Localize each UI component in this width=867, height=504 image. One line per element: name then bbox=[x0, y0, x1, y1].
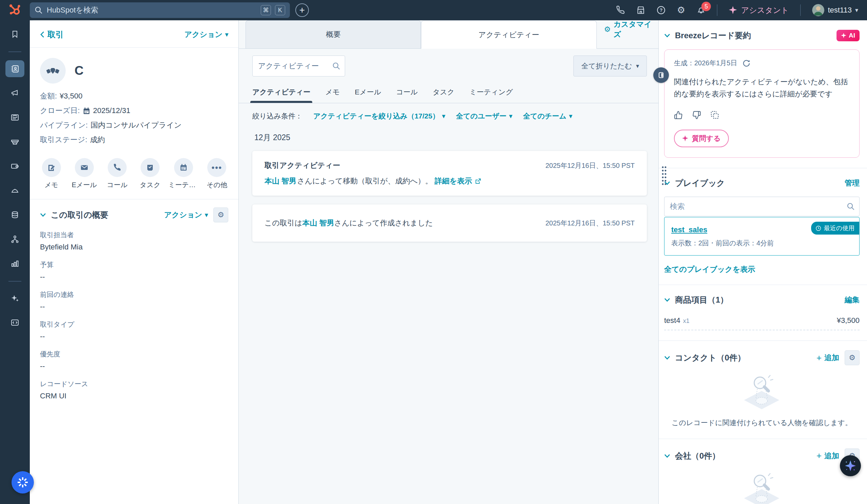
sidebar-item-commerce[interactable] bbox=[6, 158, 24, 175]
amount-label: 金額: bbox=[40, 91, 57, 101]
close-date-value[interactable]: 2025/12/31 bbox=[93, 106, 130, 115]
search-icon bbox=[332, 62, 340, 70]
chevron-down-icon[interactable] bbox=[664, 33, 670, 37]
chevron-left-icon bbox=[40, 31, 45, 38]
collapse-all-button[interactable]: 全て折りたたむ ▾ bbox=[574, 55, 647, 77]
record-actions-dropdown[interactable]: アクション ▾ bbox=[184, 30, 228, 40]
bar-chart-icon bbox=[11, 259, 19, 268]
companies-section: 会社（0件） + 追加 ⚙ このレコードに関連付けられている企業または組織を確認… bbox=[659, 439, 867, 504]
activity-search-input[interactable] bbox=[252, 55, 345, 77]
add-contact-button[interactable]: + 追加 bbox=[816, 353, 839, 363]
task-button[interactable]: タスク bbox=[136, 158, 165, 189]
customize-tabs-button[interactable]: ⚙ カスタマイズ bbox=[604, 19, 659, 40]
sidebar-item-marketing[interactable] bbox=[6, 85, 24, 101]
thumbs-down-button[interactable] bbox=[692, 111, 701, 120]
settings-button[interactable]: ⚙ bbox=[677, 5, 685, 15]
gear-icon: ⚙ bbox=[849, 353, 856, 362]
more-actions-button[interactable]: ••• その他 bbox=[202, 158, 232, 189]
add-company-button[interactable]: + 追加 bbox=[816, 450, 839, 461]
sidebar-item-development[interactable] bbox=[6, 314, 24, 331]
meeting-button[interactable]: ミーティ… bbox=[168, 158, 199, 189]
sidebar-item-bookmarks[interactable] bbox=[6, 26, 24, 43]
activity-tab-email[interactable]: Eメール bbox=[355, 87, 381, 103]
help-button[interactable]: ? bbox=[657, 6, 665, 14]
manage-playbooks-link[interactable]: 管理 bbox=[845, 178, 859, 188]
right-panel-collapse-button[interactable] bbox=[653, 67, 669, 83]
filter-label: 絞り込み条件： bbox=[252, 111, 302, 121]
overview-settings-button[interactable]: ⚙ bbox=[213, 208, 228, 222]
playbook-usage-meta: 表示数：2回・前回の表示：4分前 bbox=[671, 239, 853, 248]
sidebar-item-reporting[interactable] bbox=[6, 255, 24, 272]
ask-breeze-button[interactable]: 質問する bbox=[674, 130, 729, 147]
companies-section-title: 会社（0件） bbox=[675, 450, 816, 461]
chevron-down-icon[interactable] bbox=[664, 298, 670, 302]
assistant-button[interactable]: アシスタント bbox=[729, 5, 789, 15]
rail-divider bbox=[9, 52, 21, 52]
actor-link[interactable]: 本山 智男 bbox=[265, 176, 296, 186]
marketplace-button[interactable] bbox=[636, 6, 645, 14]
sidebar-item-sales[interactable] bbox=[6, 133, 24, 150]
contacts-empty-text: このレコードに関連付けられている人物を確認します。 bbox=[672, 417, 852, 428]
chevron-down-icon[interactable] bbox=[664, 356, 670, 360]
call-button[interactable]: コール bbox=[102, 158, 132, 189]
activity-tab-tasks[interactable]: タスク bbox=[432, 87, 454, 103]
overview-actions-dropdown[interactable]: アクション ▾ bbox=[164, 210, 208, 220]
sidebar-item-service[interactable] bbox=[6, 182, 24, 199]
calling-button[interactable] bbox=[616, 6, 625, 14]
sidebar-item-content[interactable] bbox=[6, 109, 24, 126]
create-button[interactable]: + bbox=[295, 3, 309, 17]
activity-tab-all[interactable]: アクティビティー bbox=[252, 87, 310, 103]
breeze-copilot-button[interactable] bbox=[840, 455, 861, 476]
email-button[interactable]: Eメール bbox=[69, 158, 99, 189]
sidebar-item-automations[interactable] bbox=[6, 231, 24, 248]
pipeline-value[interactable]: 国内コンサルパイプライン bbox=[90, 120, 182, 130]
activity-tab-calls[interactable]: コール bbox=[396, 87, 418, 103]
line-item-price: ¥3,500 bbox=[837, 316, 859, 325]
svg-text:?: ? bbox=[660, 8, 663, 13]
filter-users-dropdown[interactable]: 全てのユーザー▾ bbox=[456, 111, 512, 121]
actor-link[interactable]: 本山 智男 bbox=[302, 218, 334, 228]
activity-tab-notes[interactable]: メモ bbox=[325, 87, 340, 103]
storefront-icon bbox=[636, 6, 645, 14]
activity-type-tabs: アクティビティー メモ Eメール コール タスク ミーティング bbox=[239, 82, 659, 103]
regenerate-icon[interactable] bbox=[742, 59, 751, 68]
help-widget-button[interactable] bbox=[11, 471, 34, 493]
account-menu[interactable]: test113 ▾ bbox=[812, 4, 858, 16]
playbook-item: test_sales 最近の使用 表示数：2回・前回の表示：4分前 bbox=[664, 217, 859, 255]
notifications-button[interactable]: 5 bbox=[697, 6, 705, 14]
view-details-link[interactable]: 詳細を表示 bbox=[435, 176, 481, 186]
sidebar-item-data[interactable] bbox=[6, 207, 24, 223]
chevron-down-icon[interactable] bbox=[40, 213, 46, 217]
activity-card-deal-moved: 取引アクティビティー 2025年12月16日、15:50 PST 本山 智男 さ… bbox=[252, 151, 647, 196]
tab-activities[interactable]: アクティビティー bbox=[421, 21, 596, 49]
copilot-star-icon bbox=[844, 459, 857, 472]
activity-tab-meetings[interactable]: ミーティング bbox=[469, 87, 513, 103]
stage-value[interactable]: 成約 bbox=[90, 135, 105, 145]
back-to-deals-link[interactable]: 取引 bbox=[40, 29, 64, 40]
rail-divider bbox=[9, 281, 21, 282]
chevron-down-icon[interactable] bbox=[664, 454, 670, 458]
contacts-settings-button[interactable]: ⚙ bbox=[845, 350, 859, 365]
plus-icon: + bbox=[816, 353, 822, 363]
view-all-playbooks-link[interactable]: 全てのプレイブックを表示 bbox=[664, 264, 755, 274]
global-search-input[interactable] bbox=[47, 6, 257, 14]
sidebar-item-breeze[interactable] bbox=[6, 290, 24, 307]
global-search: ⌘ K bbox=[30, 2, 290, 18]
sidebar-item-crm[interactable] bbox=[6, 60, 24, 77]
tab-overview[interactable]: 概要 bbox=[246, 20, 421, 48]
playbook-link[interactable]: test_sales bbox=[671, 226, 707, 234]
copy-button[interactable] bbox=[710, 111, 719, 120]
thumbs-up-button[interactable] bbox=[674, 111, 683, 120]
panel-icon bbox=[657, 72, 665, 79]
note-button[interactable]: メモ bbox=[36, 158, 66, 189]
hubspot-logo[interactable] bbox=[0, 3, 30, 17]
activity-search bbox=[252, 55, 345, 77]
filter-teams-dropdown[interactable]: 全てのチーム▾ bbox=[523, 111, 572, 121]
edit-line-items-link[interactable]: 編集 bbox=[845, 295, 859, 305]
card-drag-handle[interactable] bbox=[661, 165, 666, 185]
filter-activity-dropdown[interactable]: アクティビティーを絞り込み（17/25）▾ bbox=[313, 111, 445, 121]
notification-badge: 5 bbox=[702, 2, 711, 11]
gear-icon: ⚙ bbox=[217, 210, 224, 219]
sparkle-icon bbox=[841, 33, 846, 38]
playbook-search-input[interactable] bbox=[664, 197, 859, 216]
